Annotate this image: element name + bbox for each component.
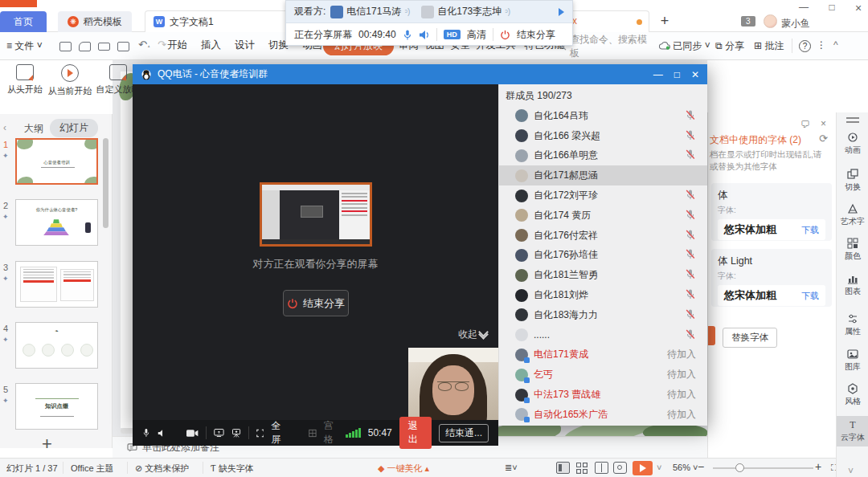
theme-label[interactable]: Office 主题 (71, 463, 114, 475)
user-avatar[interactable] (764, 14, 777, 28)
zoom-slider-knob[interactable] (735, 463, 744, 472)
sidebar-item-8[interactable]: 风格 (837, 383, 868, 407)
qq-minimize-icon[interactable]: — (653, 69, 663, 80)
grid-view-label[interactable]: 宫格 (324, 419, 338, 446)
undo-icon[interactable]: ↶˔ (138, 39, 150, 51)
end-call-button[interactable]: 结束通... (439, 424, 489, 442)
zoom-slider[interactable] (713, 467, 813, 469)
beautify-button[interactable]: ◆ 一键美化 ▴ (378, 463, 429, 475)
grid-view-icon[interactable] (309, 428, 317, 438)
member-row[interactable]: 自化176孙培佳 (499, 246, 707, 266)
member-row[interactable]: 自化176付宏祥 (499, 226, 707, 246)
member-row[interactable]: 自化171郝思涵 (499, 165, 707, 186)
download-link[interactable]: 下载 (801, 224, 819, 236)
zoom-in-button[interactable]: + (815, 460, 821, 473)
sidebar-item-4[interactable]: 颜色 (837, 238, 868, 262)
redo-icon[interactable]: ↷ (158, 39, 166, 51)
member-row[interactable]: 中法173 曹战雄待加入 (499, 385, 707, 405)
member-row[interactable]: 自化181刘烨 (499, 285, 707, 305)
comment-button[interactable]: ⊞ 批注 (754, 39, 784, 53)
member-row[interactable]: 自化174 黄历 (499, 206, 707, 226)
maximize-button[interactable]: □ (824, 2, 840, 13)
sidebar-item-2[interactable]: 切换 (837, 169, 868, 193)
tab-outline[interactable]: 大纲 (24, 122, 43, 136)
member-row[interactable]: 自化181兰智勇 (499, 265, 707, 285)
feedback-icon[interactable]: 🗩 (800, 119, 810, 130)
ribbon-menu-3[interactable]: 设计 (235, 39, 255, 52)
member-row[interactable]: ...... (499, 325, 707, 345)
stop-share-button[interactable]: 结束分享 (283, 290, 349, 316)
exit-button[interactable]: 退出 (399, 417, 432, 449)
fullscreen-icon[interactable] (256, 428, 264, 438)
member-row[interactable]: 乞丐待加入 (499, 365, 707, 385)
minimize-button[interactable]: — (796, 2, 812, 13)
sync-status[interactable]: 已同步 ˅ (659, 39, 710, 53)
slide-thumbnail[interactable]: 知识点缀 (15, 383, 98, 430)
zoom-out-button[interactable]: − (698, 460, 704, 473)
user-name[interactable]: 蒙小鱼 (781, 17, 810, 31)
member-row[interactable]: 自化166 梁兴超 (499, 126, 707, 146)
viewer-1[interactable]: 电信171马涛ᵓ) (330, 5, 410, 18)
collapse-video-button[interactable]: 收起 (458, 328, 487, 341)
play-dropdown-icon[interactable]: ˅ (657, 463, 661, 472)
member-row[interactable]: 自动化165米广浩待加入 (499, 405, 707, 425)
tab-slides[interactable]: 幻灯片 (50, 119, 98, 137)
play-slideshow-button[interactable] (633, 461, 653, 475)
panel-close-icon[interactable]: × (821, 118, 826, 129)
mic-icon[interactable] (142, 426, 150, 439)
missing-font-status[interactable]: Ƭ 缺失字体 (211, 463, 254, 475)
normal-view-icon[interactable] (556, 462, 570, 474)
speaker-on-icon[interactable] (419, 30, 430, 40)
ribbon-menu-1[interactable]: 开始 (167, 39, 187, 52)
print-preview-icon[interactable] (117, 42, 129, 51)
refresh-icon[interactable]: ⟳ (819, 132, 828, 145)
qq-maximize-icon[interactable]: □ (674, 69, 680, 80)
speaker-icon[interactable] (158, 428, 166, 438)
save-icon[interactable] (59, 42, 72, 51)
viewer-2[interactable]: 自化173李志坤ᵓ) (421, 5, 510, 18)
help-icon[interactable]: ? (799, 40, 811, 52)
slide-thumbnail[interactable]: 心音使者培训 (15, 138, 98, 185)
expand-viewers-icon[interactable] (559, 8, 564, 16)
more-icon[interactable]: ⋮ (817, 39, 826, 51)
slide-thumb-1[interactable]: 1✦心音使者培训 (0, 138, 113, 194)
slideshow-tool-1[interactable]: 从头开始 (2, 64, 48, 96)
add-slide-button[interactable]: + (42, 434, 52, 455)
sidebar-item-9[interactable]: T云字体 (837, 416, 868, 446)
member-row[interactable]: 电信171黄成待加入 (499, 345, 707, 365)
mic-on-icon[interactable] (403, 29, 412, 41)
ribbon-menu-2[interactable]: 插入 (201, 39, 221, 52)
camera-icon[interactable] (186, 428, 199, 438)
member-row[interactable]: 自化183海力力 (499, 305, 707, 325)
collapse-ribbon-icon[interactable]: ^ (833, 39, 838, 51)
fullscreen-label[interactable]: 全屏 (271, 419, 285, 446)
zoom-level[interactable]: 56% ˅ (673, 463, 698, 472)
replace-font-button[interactable]: 替换字体 (723, 328, 777, 348)
sidebar-item-1[interactable]: 动画 (837, 132, 868, 156)
member-row[interactable]: 自化166单明意 (499, 146, 707, 166)
slideshow-view-icon[interactable] (613, 462, 627, 474)
tab-docer[interactable]: ❋ 稻壳模板 (58, 11, 132, 32)
tab-home[interactable]: 首页 (0, 11, 47, 32)
thumbnail-scrollbar[interactable] (103, 138, 108, 228)
slide-thumbnail[interactable]: ❧ (15, 322, 98, 369)
sidebar-item-6[interactable]: 属性 (837, 313, 868, 337)
share-button[interactable]: ⧉ 分享 (715, 39, 744, 53)
sidebar-item-5[interactable]: 图表 (837, 273, 868, 297)
sorter-view-icon[interactable] (575, 462, 589, 474)
sidebar-item-7[interactable]: 图库 (837, 349, 868, 373)
slide-thumbnail[interactable] (15, 261, 98, 308)
export-icon[interactable] (79, 42, 91, 51)
slideshow-tool-2[interactable]: 从当前开始 (47, 64, 93, 97)
sidebar-item-3[interactable]: 艺术字 (837, 203, 868, 227)
screen-share-icon[interactable] (214, 427, 224, 438)
slide-thumbnail[interactable]: 你为什么做心音使者? (15, 199, 98, 246)
whiteboard-icon[interactable] (231, 427, 241, 439)
collapse-panel-icon[interactable]: ‹ (3, 122, 6, 133)
notes-toggle-icon[interactable]: ≣˅ (505, 463, 518, 473)
hd-label[interactable]: 高清 (467, 28, 486, 42)
doc-protect-status[interactable]: ⊘ 文档未保护 (135, 463, 189, 475)
download-link[interactable]: 下载 (801, 290, 819, 302)
member-row[interactable]: 自化164吕玮 (499, 106, 707, 126)
slide-thumb-4[interactable]: 4✦❧ (0, 322, 113, 378)
